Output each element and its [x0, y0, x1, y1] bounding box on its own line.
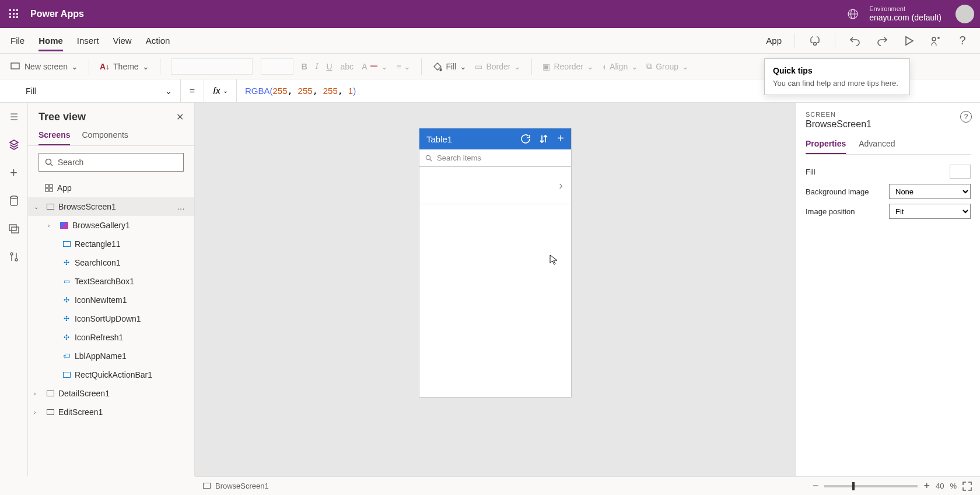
- text-align-button[interactable]: ≡ ⌄: [396, 62, 410, 71]
- tree-node-app[interactable]: App: [28, 179, 194, 197]
- italic-button[interactable]: I: [316, 62, 318, 71]
- close-icon[interactable]: ✕: [176, 111, 184, 123]
- add-icon[interactable]: +: [557, 134, 564, 144]
- zoom-in-button[interactable]: +: [923, 480, 930, 492]
- zoom-percent: %: [950, 482, 957, 490]
- chevron-down-icon[interactable]: ⌄: [34, 204, 42, 210]
- canvas[interactable]: Table1 + Search items ›: [195, 103, 796, 476]
- fill-button[interactable]: Fill ⌄: [432, 61, 467, 72]
- tree-node-iconsortupdown1[interactable]: ✣ IconSortUpDown1: [28, 309, 194, 328]
- status-screen-name[interactable]: BrowseScreen1: [215, 482, 269, 490]
- waffle-icon[interactable]: [6, 6, 22, 22]
- gallery-icon: [60, 221, 69, 230]
- tree-node-browsegallery1[interactable]: › BrowseGallery1: [28, 216, 194, 235]
- font-size-select[interactable]: [261, 58, 293, 75]
- fill-swatch[interactable]: [950, 165, 971, 179]
- bold-button[interactable]: B: [302, 62, 307, 71]
- reorder-button[interactable]: ▣ Reorder ⌄: [542, 62, 594, 71]
- fit-to-screen-icon[interactable]: [963, 482, 972, 491]
- phone-preview[interactable]: Table1 + Search items ›: [419, 128, 571, 397]
- divider: [421, 58, 422, 75]
- tab-screens[interactable]: Screens: [38, 130, 70, 145]
- tree-node-textsearchbox1[interactable]: ▭ TextSearchBox1: [28, 272, 194, 291]
- svg-point-19: [46, 159, 51, 165]
- gallery-item[interactable]: ›: [419, 167, 571, 204]
- chevron-down-icon: ⌄: [460, 62, 467, 71]
- tree-node-label: BrowseScreen1: [58, 202, 116, 211]
- tree-view-panel: Tree view ✕ Screens Components Search Ap…: [28, 103, 195, 476]
- more-icon[interactable]: …: [177, 202, 186, 211]
- svg-rect-3: [9, 13, 11, 15]
- fx-button[interactable]: fx⌄: [204, 79, 237, 102]
- strikethrough-button[interactable]: abc: [341, 62, 354, 71]
- app-icon: [44, 183, 54, 193]
- chevron-right-icon[interactable]: ›: [48, 222, 56, 229]
- refresh-icon[interactable]: [521, 134, 530, 144]
- tree-node-searchicon1[interactable]: ✣ SearchIcon1: [28, 253, 194, 272]
- screen-plus-icon: [10, 62, 21, 71]
- prop-label: Background image: [806, 187, 889, 196]
- tree-node-rectangle11[interactable]: Rectangle11: [28, 235, 194, 253]
- share-icon[interactable]: [929, 34, 943, 48]
- align-button[interactable]: ⫞ Align ⌄: [602, 62, 638, 71]
- menu-insert[interactable]: Insert: [77, 30, 99, 51]
- screen-icon: [46, 389, 55, 398]
- tab-components[interactable]: Components: [82, 130, 128, 145]
- icon-control-icon: ✣: [62, 314, 71, 323]
- undo-icon[interactable]: [848, 34, 862, 48]
- rectangle-icon: [62, 239, 71, 249]
- tab-properties[interactable]: Properties: [806, 139, 846, 154]
- menu-action[interactable]: Action: [146, 30, 170, 51]
- formula-input[interactable]: RGBA(255, 255, 255, 1): [237, 86, 364, 96]
- tree-node-iconrefresh1[interactable]: ✣ IconRefresh1: [28, 328, 194, 347]
- app-checker-icon[interactable]: [808, 34, 822, 48]
- avatar[interactable]: [956, 5, 974, 23]
- help-icon[interactable]: ?: [960, 111, 972, 123]
- zoom-out-button[interactable]: −: [813, 480, 819, 492]
- menu-home[interactable]: Home: [38, 30, 63, 51]
- chevron-right-icon[interactable]: ›: [34, 391, 42, 397]
- menu-view[interactable]: View: [113, 30, 131, 51]
- tab-advanced[interactable]: Advanced: [859, 139, 895, 154]
- underline-button[interactable]: U: [326, 62, 332, 71]
- border-button[interactable]: ▭ Border ⌄: [475, 62, 521, 71]
- tree-node-browsescreen1[interactable]: ⌄ BrowseScreen1 …: [28, 197, 194, 216]
- tree-node-editscreen1[interactable]: › EditScreen1: [28, 403, 194, 421]
- new-screen-button[interactable]: New screen ⌄: [10, 62, 78, 71]
- group-button[interactable]: ⧉ Group ⌄: [646, 61, 689, 71]
- svg-point-17: [10, 253, 13, 255]
- tree-node-label: Rectangle11: [75, 239, 121, 249]
- phone-search[interactable]: Search items: [419, 149, 571, 167]
- property-selector[interactable]: Fill ⌄: [18, 79, 181, 102]
- tree-node-label: SearchIcon1: [75, 258, 121, 267]
- zoom-slider[interactable]: [824, 485, 918, 487]
- help-icon[interactable]: ?: [956, 34, 970, 48]
- media-icon[interactable]: [7, 222, 21, 236]
- hamburger-icon[interactable]: ☰: [7, 110, 21, 124]
- svg-rect-13: [11, 63, 19, 69]
- tree-node-detailscreen1[interactable]: › DetailScreen1: [28, 384, 194, 403]
- font-family-select[interactable]: [171, 58, 253, 75]
- img-position-select[interactable]: Fit: [889, 204, 971, 219]
- tree-view-icon[interactable]: [7, 138, 21, 152]
- screen-icon: [203, 482, 211, 490]
- tree-node-iconnewitem1[interactable]: ✣ IconNewItem1: [28, 291, 194, 309]
- insert-icon[interactable]: +: [7, 166, 21, 180]
- reorder-label: Reorder: [554, 62, 583, 71]
- app-label[interactable]: App: [766, 36, 782, 46]
- tree-node-lblappname1[interactable]: 🏷 LblAppName1: [28, 347, 194, 365]
- environment-selector[interactable]: Environment enayu.com (default): [869, 5, 942, 23]
- menu-file[interactable]: File: [10, 30, 24, 51]
- bg-image-select[interactable]: None: [889, 184, 971, 199]
- chevron-right-icon[interactable]: ›: [34, 409, 42, 416]
- chevron-down-icon: ⌄: [165, 86, 172, 96]
- data-icon[interactable]: [7, 194, 21, 208]
- tree-node-rectquickactionbar1[interactable]: RectQuickActionBar1: [28, 365, 194, 384]
- tree-search-input[interactable]: Search: [38, 153, 184, 172]
- advanced-tools-icon[interactable]: [7, 250, 21, 264]
- play-icon[interactable]: [902, 34, 916, 48]
- redo-icon[interactable]: [875, 34, 889, 48]
- font-color-button[interactable]: A ⌄: [362, 62, 388, 71]
- theme-button[interactable]: A↓ Theme ⌄: [100, 62, 149, 71]
- sort-icon[interactable]: [540, 134, 548, 144]
